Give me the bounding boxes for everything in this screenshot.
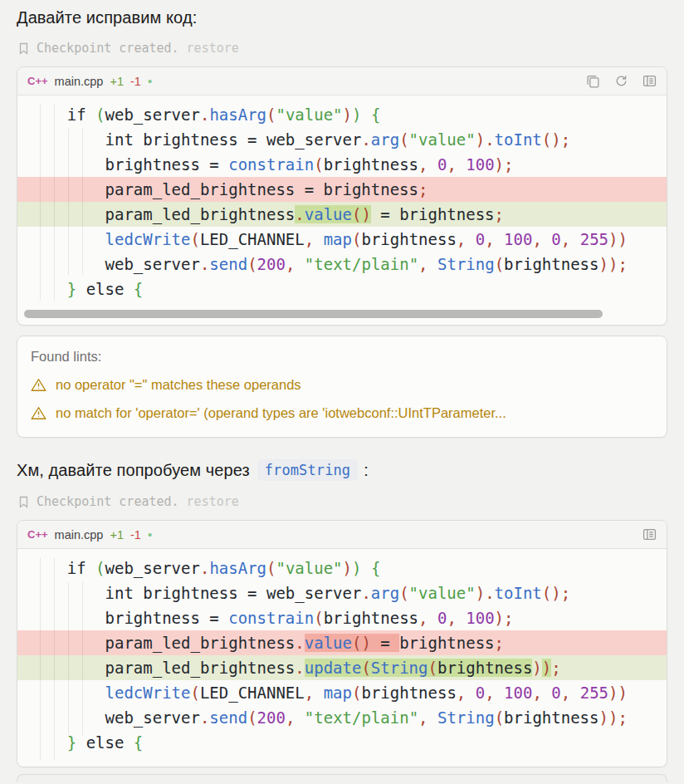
bookmark-icon [18, 496, 29, 508]
code-line: if (web_server.hasArg("value")) { [17, 556, 667, 581]
bookmark-icon [18, 42, 29, 55]
lints-panel: Found lints: no operator "=" matches the… [17, 336, 667, 438]
copy-button[interactable] [586, 74, 600, 88]
restore-button[interactable]: restore [187, 41, 239, 56]
code-block-1: if (web_server.hasArg("value")) { int br… [17, 96, 667, 306]
lint-text: no match for 'operator=' (operand types … [56, 405, 506, 421]
code-line: } else { [17, 730, 667, 755]
code-line: ledcWrite(LED_CHANNEL, map(brightness, 0… [17, 680, 667, 705]
filename[interactable]: main.cpp [55, 528, 104, 541]
diff-added-count: +1 [110, 528, 124, 541]
code-line: int brightness = web_server.arg("value")… [17, 127, 667, 152]
warning-icon [31, 406, 46, 420]
code-line: brightness = constrain(brightness, 0, 10… [17, 152, 667, 177]
undo-button[interactable] [614, 74, 628, 88]
warning-icon [31, 378, 46, 392]
code-card-header-1: C++ main.cpp +1 -1 • [17, 67, 667, 96]
code-card-1: C++ main.cpp +1 -1 • if (web_ [17, 66, 667, 326]
header-actions-1 [586, 74, 657, 88]
diff-added-count: +1 [110, 75, 124, 88]
open-in-editor-button[interactable] [642, 74, 657, 88]
filename[interactable]: main.cpp [55, 75, 104, 88]
code-line: if (web_server.hasArg("value")) { [17, 102, 667, 127]
code-line: param_led_brightness.update(String(brigh… [17, 655, 667, 680]
code-line: param_led_brightness.value() = brightnes… [17, 630, 667, 655]
checkpoint-row-1: Checkpoint created. restore [18, 41, 667, 56]
diff-removed-count: -1 [130, 528, 141, 541]
code-block-2: if (web_server.hasArg("value")) { int br… [17, 549, 667, 767]
restore-button[interactable]: restore [187, 494, 239, 509]
assistant-message-2: Хм, давайте попробуем через fromString : [17, 459, 667, 481]
code-card-2: C++ main.cpp +1 -1 • if (web_server.hasA… [17, 520, 667, 767]
lint-item: no operator "=" matches these operands [31, 377, 653, 393]
cpp-icon: C++ [27, 75, 48, 87]
code-line: web_server.send(200, "text/plain", Strin… [17, 252, 667, 277]
copy-icon [586, 74, 600, 88]
undo-icon [614, 74, 628, 88]
header-actions-2 [642, 527, 657, 541]
unsaved-dot: • [148, 528, 152, 541]
lints-title: Found lints: [31, 349, 653, 365]
unsaved-dot: • [148, 75, 152, 87]
message-2-suffix: : [364, 461, 369, 480]
checkpoint-label: Checkpoint created. [37, 494, 179, 509]
message-2-prefix: Хм, давайте попробуем через [17, 461, 250, 480]
checkpoint-row-2: Checkpoint created. restore [18, 494, 667, 509]
diff-removed-count: -1 [130, 75, 141, 88]
code-line: int brightness = web_server.arg("value")… [17, 581, 667, 605]
code-line: web_server.send(200, "text/plain", Strin… [17, 705, 667, 730]
code-line: brightness = constrain(brightness, 0, 10… [17, 605, 667, 630]
cpp-icon: C++ [27, 528, 48, 541]
checkpoint-label: Checkpoint created. [37, 41, 179, 56]
chat-message-area: Давайте исправим код: Checkpoint created… [0, 0, 684, 782]
code-line: ledcWrite(LED_CHANNEL, map(brightness, 0… [17, 227, 667, 252]
code-line: } else { [17, 277, 667, 301]
open-in-editor-button[interactable] [642, 527, 657, 541]
lint-text: no operator "=" matches these operands [56, 377, 301, 393]
open-in-editor-icon [642, 74, 657, 88]
open-in-editor-icon [642, 527, 657, 541]
scrollbar-thumb[interactable] [24, 310, 603, 318]
assistant-message-1: Давайте исправим код: [17, 8, 667, 27]
lint-item: no match for 'operator=' (operand types … [31, 405, 653, 421]
code-card-header-2: C++ main.cpp +1 -1 • [17, 521, 667, 549]
code-line: param_led_brightness.value() = brightnes… [17, 202, 667, 227]
horizontal-scrollbar [22, 310, 662, 318]
inline-code-chip: fromString [257, 459, 358, 481]
code-line: param_led_brightness = brightness; [17, 177, 667, 202]
next-panel-partial-edge [17, 774, 667, 782]
